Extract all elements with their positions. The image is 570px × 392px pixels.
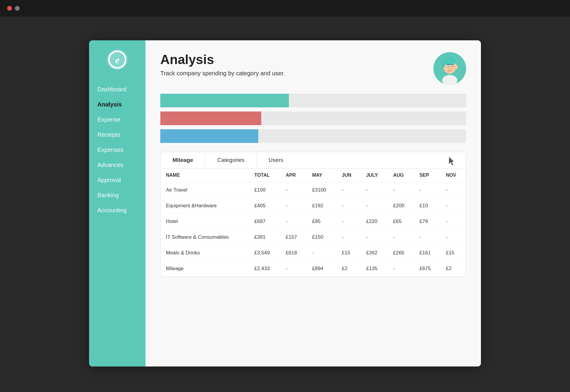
cell-r0-c8: - [441, 182, 466, 198]
table-row: Meals & Drinks£3,549£618-£15£262£265£161… [161, 245, 466, 261]
cell-r2-c2: - [281, 214, 307, 230]
page-header-text: Analysis Track company spending by categ… [160, 52, 285, 77]
cell-r3-c6: - [388, 230, 414, 245]
cell-r1-c4: - [337, 198, 361, 214]
cell-r4-c5: £262 [361, 245, 388, 261]
table-row: Equipment &Hardware£405-£192--£200£10- [161, 198, 466, 214]
cell-r3-c8: - [441, 230, 466, 245]
app-window: e Dashboard Analysis Expense Receipts Ex… [89, 40, 481, 366]
cell-r4-c4: £15 [337, 245, 361, 261]
cell-r1-c3: £192 [307, 198, 336, 214]
svg-point-10 [452, 66, 453, 67]
col-aug: AUG [388, 168, 414, 182]
cell-r2-c1: £687 [249, 214, 281, 230]
cell-r1-c8: - [441, 198, 466, 214]
bar-row-1 [160, 94, 466, 107]
svg-point-9 [447, 66, 449, 67]
sidebar-item-banking[interactable]: Banking [89, 188, 145, 203]
cell-r4-c8: £15 [441, 245, 466, 261]
sidebar-item-dashboard[interactable]: Dashboard [89, 82, 145, 97]
cell-r3-c5: - [361, 230, 388, 245]
svg-point-11 [449, 68, 451, 69]
col-july: JULY [361, 168, 388, 182]
close-dot[interactable] [7, 6, 12, 11]
cell-r1-c1: £405 [249, 198, 281, 214]
cell-r0-c2: - [281, 182, 307, 198]
cell-r2-c3: £95 [307, 214, 336, 230]
page-header: Analysis Track company spending by categ… [160, 52, 466, 85]
cell-r5-c1: £2,433 [249, 261, 281, 277]
tabs-section: Mileage Categories Users NAME TOTAL APR … [160, 152, 466, 277]
cell-r3-c3: £150 [307, 230, 336, 245]
cell-r2-c0: Hotel [161, 214, 249, 230]
col-nov: NOV [441, 168, 466, 182]
cell-r0-c5: - [361, 182, 388, 198]
bar-chart [160, 94, 466, 143]
cell-r2-c5: £220 [361, 214, 388, 230]
cell-r3-c0: IT Software & Consumables [161, 230, 249, 245]
bar-fill-teal [160, 94, 289, 107]
sidebar-item-accounting[interactable]: Accounting [89, 203, 145, 218]
cell-r5-c3: £894 [307, 261, 336, 277]
col-sep: SEP [414, 168, 441, 182]
user-avatar[interactable] [433, 52, 466, 85]
bar-fill-red [160, 111, 261, 125]
col-total: TOTAL [249, 168, 281, 182]
cell-r5-c4: £2 [337, 261, 361, 277]
tab-categories[interactable]: Categories [205, 152, 257, 168]
svg-point-4 [443, 57, 456, 65]
svg-point-6 [455, 65, 458, 69]
page-title: Analysis [160, 52, 285, 67]
sidebar-item-expense[interactable]: Expense [89, 112, 145, 127]
data-table: NAME TOTAL APR MAY JUN JULY AUG SEP NOV … [161, 168, 466, 276]
titlebar [0, 0, 570, 17]
cell-r3-c7: - [414, 230, 441, 245]
bar-row-3 [160, 129, 466, 143]
cell-r5-c8: £2 [441, 261, 466, 277]
sidebar-item-approval[interactable]: Approval [89, 173, 145, 188]
cell-r5-c7: £675 [414, 261, 441, 277]
bar-row-2 [160, 111, 466, 125]
cell-r2-c6: £65 [388, 214, 414, 230]
tab-users[interactable]: Users [257, 152, 295, 168]
page-subtitle: Track company spending by category and u… [160, 70, 285, 77]
col-apr: APR [281, 168, 307, 182]
sidebar-item-advances[interactable]: Advances [89, 157, 145, 173]
cell-r2-c7: £79 [414, 214, 441, 230]
cell-r2-c4: - [337, 214, 361, 230]
cell-r0-c0: Air Travel [161, 182, 249, 198]
avatar-image [433, 52, 466, 85]
table-row: Mileage£2,433-£894£2£135-£675£2 [161, 261, 466, 277]
sidebar-item-receipts[interactable]: Receipts [89, 127, 145, 142]
col-may: MAY [307, 168, 336, 182]
sidebar-item-analysis[interactable]: Analysis [89, 97, 145, 112]
cell-r0-c3: £3100 [307, 182, 336, 198]
minimize-dot[interactable] [15, 6, 20, 11]
cell-r1-c5: - [361, 198, 388, 214]
cell-r1-c0: Equipment &Hardware [161, 198, 249, 214]
cell-r2-c8: - [441, 214, 466, 230]
col-name: NAME [161, 168, 249, 182]
cell-r5-c6: - [388, 261, 414, 277]
main-content: Analysis Track company spending by categ… [145, 40, 481, 366]
table-row: Air Travel£100-£3100----- [161, 182, 466, 198]
cell-r4-c3: - [307, 245, 336, 261]
cell-r0-c4: - [337, 182, 361, 198]
sidebar-item-expenses[interactable]: Expenses [89, 142, 145, 157]
cell-r3-c4: - [337, 230, 361, 245]
cell-r5-c5: £135 [361, 261, 388, 277]
cell-r1-c2: - [281, 198, 307, 214]
bar-fill-blue [160, 129, 258, 143]
col-jun: JUN [337, 168, 361, 182]
tabs-row: Mileage Categories Users [161, 152, 466, 168]
table-row: Hotel£687-£95-£220£65£79- [161, 214, 466, 230]
cell-r0-c1: £100 [249, 182, 281, 198]
cell-r3-c1: £391 [249, 230, 281, 245]
cell-r1-c6: £200 [388, 198, 414, 214]
svg-point-5 [441, 62, 445, 68]
table-row: IT Software & Consumables£391£157£150---… [161, 230, 466, 245]
logo-icon: e [108, 51, 126, 68]
table-header-row: NAME TOTAL APR MAY JUN JULY AUG SEP NOV [161, 168, 466, 182]
cell-r4-c7: £161 [414, 245, 441, 261]
tab-mileage[interactable]: Mileage [161, 152, 205, 168]
